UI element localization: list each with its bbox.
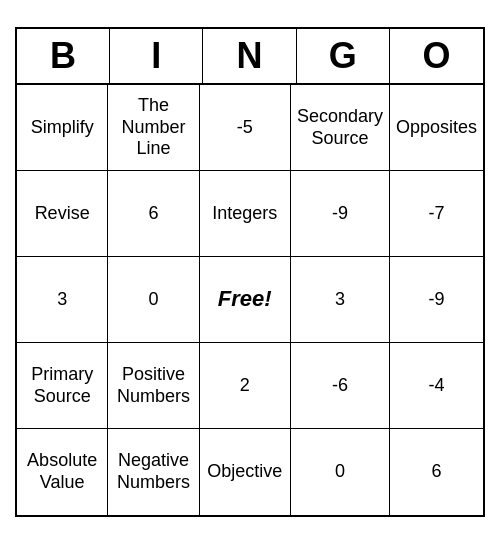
bingo-cell: The Number Line [108, 85, 199, 171]
bingo-grid: SimplifyThe Number Line-5Secondary Sourc… [17, 85, 483, 515]
header-letter: N [203, 29, 296, 83]
bingo-cell: Negative Numbers [108, 429, 199, 515]
bingo-cell: -9 [390, 257, 483, 343]
header-letter: O [390, 29, 483, 83]
bingo-cell: 6 [390, 429, 483, 515]
header-letter: I [110, 29, 203, 83]
bingo-cell: -7 [390, 171, 483, 257]
bingo-cell: Positive Numbers [108, 343, 199, 429]
bingo-cell: 3 [291, 257, 390, 343]
bingo-cell: Integers [200, 171, 291, 257]
bingo-cell: Primary Source [17, 343, 108, 429]
bingo-cell: 2 [200, 343, 291, 429]
bingo-cell: -5 [200, 85, 291, 171]
bingo-cell: Simplify [17, 85, 108, 171]
bingo-cell: 0 [108, 257, 199, 343]
header-letter: G [297, 29, 390, 83]
header-letter: B [17, 29, 110, 83]
bingo-cell: 3 [17, 257, 108, 343]
bingo-cell: Objective [200, 429, 291, 515]
bingo-cell: -4 [390, 343, 483, 429]
bingo-cell: -9 [291, 171, 390, 257]
bingo-cell: Absolute Value [17, 429, 108, 515]
bingo-cell: Revise [17, 171, 108, 257]
bingo-cell: Opposites [390, 85, 483, 171]
bingo-cell: -6 [291, 343, 390, 429]
bingo-cell: 6 [108, 171, 199, 257]
bingo-cell: 0 [291, 429, 390, 515]
bingo-header: BINGO [17, 29, 483, 85]
bingo-card: BINGO SimplifyThe Number Line-5Secondary… [15, 27, 485, 517]
bingo-cell: Free! [200, 257, 291, 343]
bingo-cell: Secondary Source [291, 85, 390, 171]
